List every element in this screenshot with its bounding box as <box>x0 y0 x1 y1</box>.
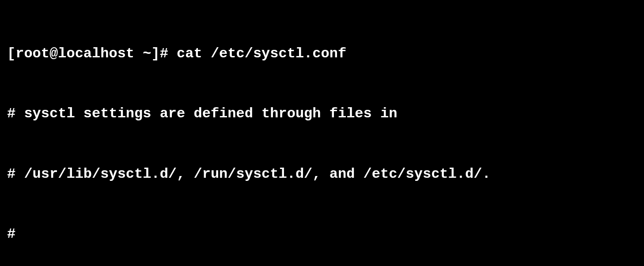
terminal-line: # <box>7 224 637 244</box>
terminal-output[interactable]: [root@localhost ~]# cat /etc/sysctl.conf… <box>7 4 637 266</box>
terminal-line: [root@localhost ~]# cat /etc/sysctl.conf <box>7 44 637 64</box>
terminal-line: # /usr/lib/sysctl.d/, /run/sysctl.d/, an… <box>7 164 637 184</box>
terminal-line: # sysctl settings are defined through fi… <box>7 104 637 124</box>
